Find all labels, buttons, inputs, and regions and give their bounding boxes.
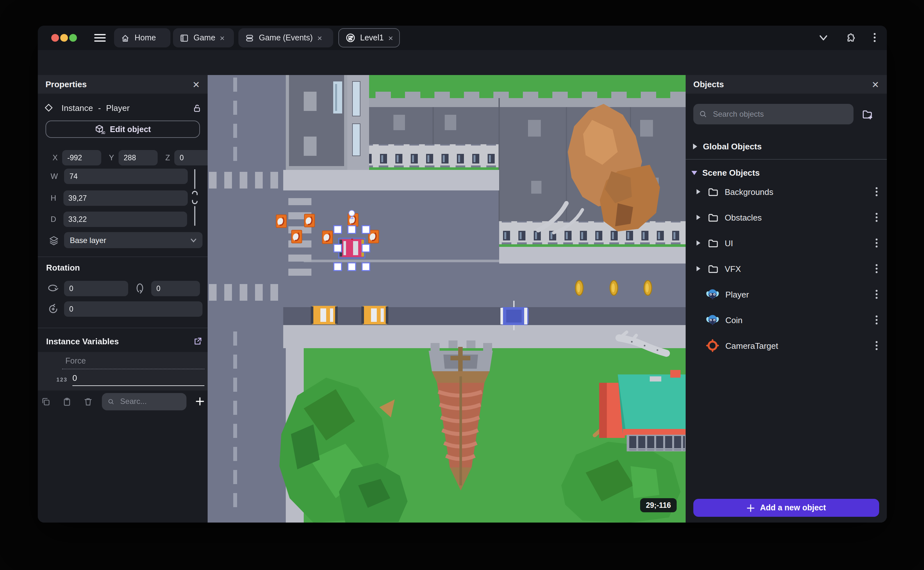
link-dimensions-icon[interactable] (190, 169, 200, 226)
object-label: Coin (725, 315, 743, 325)
chevron-right-icon (696, 265, 701, 272)
objects-search[interactable] (693, 104, 854, 124)
object-label: UI (725, 238, 733, 248)
tab-label: Level1 (360, 33, 384, 42)
player-car-instance[interactable] (340, 238, 364, 257)
scene-icon (345, 33, 356, 43)
w-input[interactable] (64, 168, 188, 184)
kebab-menu-icon[interactable] (875, 212, 878, 222)
objects-search-input[interactable] (712, 109, 848, 119)
folder-icon (707, 186, 718, 197)
variables-search[interactable] (102, 393, 186, 410)
w-label: W (50, 172, 58, 181)
home-icon (121, 33, 130, 43)
search-icon (108, 397, 115, 406)
object-folder-ui[interactable]: UI (686, 233, 887, 253)
section-label: Global Objects (703, 141, 762, 151)
instance-type-label: Instance (61, 103, 93, 112)
rotate-y-icon (134, 283, 146, 294)
edit-object-button[interactable]: 3D Edit object (46, 121, 200, 138)
folder-icon (707, 212, 718, 223)
properties-panel-title: Properties (46, 80, 87, 89)
object-3d-icon: 3D (95, 124, 105, 134)
d-label: D (50, 215, 56, 224)
tab-close-icon[interactable]: × (388, 34, 393, 42)
kebab-menu-icon[interactable] (875, 238, 878, 248)
x-input[interactable] (62, 150, 101, 165)
main-toolbar: Preview Share (38, 50, 887, 75)
minimize-button[interactable] (60, 34, 68, 42)
rotation-z-input[interactable] (64, 301, 203, 317)
d-input[interactable] (63, 211, 187, 227)
camera-target-icon (706, 339, 719, 352)
rotation-x-input[interactable] (64, 281, 128, 296)
chevron-down-icon[interactable] (818, 34, 829, 42)
kebab-menu-icon[interactable] (875, 315, 878, 325)
close-button[interactable] (51, 34, 59, 42)
y-input[interactable] (119, 150, 157, 165)
z-label: Z (165, 153, 170, 162)
instance-diamond-icon (44, 103, 53, 112)
folder-icon (707, 238, 718, 248)
variable-type-number-icon: 123 (57, 376, 67, 383)
plus-icon (747, 504, 755, 512)
cursor-coordinates-badge: 29;-116 (640, 498, 677, 512)
section-global-objects[interactable]: Global Objects (686, 138, 887, 155)
tab-home[interactable]: Home (114, 28, 170, 48)
object-folder-vfx[interactable]: VFX (686, 258, 887, 279)
layer-select[interactable]: Base layer (64, 232, 203, 248)
y-label: Y (109, 153, 114, 162)
hamburger-menu-icon[interactable] (94, 33, 106, 42)
object-folder-backgrounds[interactable]: Backgrounds (686, 181, 887, 202)
copy-icon[interactable] (41, 397, 50, 406)
rotate-z-icon (47, 303, 59, 315)
kebab-menu-icon[interactable] (871, 32, 878, 43)
kebab-menu-icon[interactable] (875, 187, 878, 197)
paste-icon[interactable] (62, 397, 72, 406)
unlock-icon[interactable] (192, 103, 201, 112)
object-label: CameraTarget (725, 341, 778, 350)
h-label: H (50, 193, 56, 202)
app-window: Home Game × Game (Events) × Level1 × Pre… (38, 26, 887, 522)
object-row-cameratarget[interactable]: CameraTarget (686, 336, 887, 356)
rotation-y-input[interactable] (151, 281, 200, 296)
object-row-coin[interactable]: Coin (686, 310, 887, 330)
extension-icon[interactable] (845, 32, 856, 43)
add-variable-icon[interactable] (195, 397, 205, 406)
film-icon (179, 33, 189, 43)
npc-car-instance[interactable] (361, 306, 388, 325)
object-folder-obstacles[interactable]: Obstacles (686, 207, 887, 228)
desktop-background: Home Game × Game (Events) × Level1 × Pre… (0, 0, 924, 570)
tab-game[interactable]: Game × (173, 28, 234, 48)
close-panel-icon[interactable]: ✕ (192, 79, 200, 89)
add-folder-icon[interactable] (861, 108, 874, 121)
npc-car-instance[interactable] (311, 306, 338, 325)
add-new-object-button[interactable]: Add a new object (693, 499, 879, 517)
trash-variable-icon[interactable] (83, 397, 93, 406)
kebab-menu-icon[interactable] (875, 340, 878, 351)
object-label: Obstacles (725, 213, 762, 222)
zoom-button[interactable] (69, 34, 77, 42)
tab-close-icon[interactable]: × (317, 34, 322, 42)
edit-object-label: Edit object (110, 125, 151, 134)
object-label: VFX (725, 264, 741, 273)
open-variables-icon[interactable] (193, 336, 203, 346)
close-panel-icon[interactable]: ✕ (872, 79, 879, 89)
kebab-menu-icon[interactable] (875, 264, 878, 274)
variable-name[interactable]: Force (66, 357, 86, 365)
tab-game-events[interactable]: Game (Events) × (238, 28, 333, 48)
objects-panel-title: Objects (693, 80, 724, 89)
object-row-player[interactable]: Player (686, 284, 887, 305)
tab-close-icon[interactable]: × (220, 34, 225, 42)
tab-label: Game (194, 33, 215, 42)
tab-bar: Home Game × Game (Events) × Level1 × (38, 26, 887, 50)
add-new-object-label: Add a new object (760, 503, 826, 512)
h-input[interactable] (63, 190, 188, 205)
variable-value[interactable]: 0 (72, 373, 77, 383)
variables-search-input[interactable] (119, 396, 181, 406)
kebab-menu-icon[interactable] (875, 289, 878, 299)
scene-canvas[interactable]: 29;-116 (208, 75, 686, 522)
tab-level1[interactable]: Level1 × (338, 28, 400, 48)
select-chevron-icon (190, 238, 197, 243)
object-label: Backgrounds (725, 187, 773, 196)
